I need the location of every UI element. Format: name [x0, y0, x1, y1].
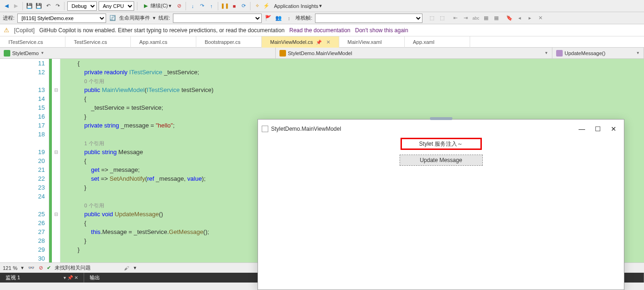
stop-icon[interactable]: ■	[230, 2, 238, 10]
close-button[interactable]: ✕	[607, 124, 620, 134]
restart-icon[interactable]: ⟳	[240, 2, 247, 10]
tab-app-xaml[interactable]: App.xaml	[405, 36, 470, 48]
bookmark-icon[interactable]: 🔖	[506, 14, 513, 22]
filter-icon[interactable]: ↕	[285, 14, 293, 22]
next-bookmark-icon[interactable]: ▸	[526, 14, 534, 22]
fold-column[interactable]: ⊟⊟⊟	[52, 59, 60, 262]
glasses-icon[interactable]: 👓	[28, 264, 35, 272]
editor-tabs: ITestService.csTestService.csApp.xaml.cs…	[0, 36, 644, 48]
stack-dropdown[interactable]	[315, 14, 422, 23]
comment-icon[interactable]: ▦	[482, 14, 490, 22]
step-into-icon[interactable]: ↓	[189, 2, 196, 10]
copilot-tag: [Copilot]	[14, 27, 35, 34]
tab-bootstrapper-cs[interactable]: Bootstrapper.cs	[196, 36, 262, 48]
watch-panel-tab[interactable]: 监视 1 ▾ 📌 ✕	[0, 273, 84, 283]
tab-mainview-xaml[interactable]: MainView.xaml	[339, 36, 405, 48]
threads-icon[interactable]: 👥	[275, 14, 282, 22]
continue-button[interactable]: ▶继续(C) ▾	[140, 2, 173, 10]
undo-icon[interactable]: ↶	[44, 2, 52, 10]
message-label: Stylet 服务注入～	[401, 138, 482, 150]
pause-icon[interactable]: ❚❚	[221, 2, 229, 10]
issues-text: 未找到相关问题	[55, 264, 91, 271]
save-icon[interactable]: 💾	[26, 2, 33, 10]
platform-dropdown[interactable]: Any CPU	[99, 1, 134, 11]
stop-debug-icon[interactable]: ⊘	[175, 2, 183, 10]
project-nav[interactable]: StyletDemo ▼	[0, 48, 276, 58]
lightning-icon[interactable]: ⚡	[263, 2, 270, 10]
tab-mainviewmodel-cs[interactable]: MainViewModel.cs📌✕	[262, 36, 339, 48]
update-message-button[interactable]: Update Message	[400, 155, 483, 166]
stack-label: 堆栈帧:	[295, 14, 312, 21]
info-icon: ⚠	[4, 27, 9, 34]
class-icon	[279, 50, 286, 57]
error-count-icon[interactable]: ⊘	[39, 265, 43, 271]
read-docs-link[interactable]: Read the documentation	[289, 27, 351, 34]
dock-handle[interactable]	[430, 117, 452, 120]
ok-icon: ✔	[47, 265, 51, 271]
zoom-level[interactable]: 121 %	[3, 265, 17, 271]
main-toolbar: ◀ ▶ 💾 💾 ↶ ↷ Debug Any CPU ▶继续(C) ▾ ⊘ ↓ ↷…	[0, 0, 644, 12]
app-title-text: StyletDemo.MainViewModel	[271, 126, 341, 132]
spark-icon[interactable]: ✧	[253, 2, 261, 10]
lifecycle-label: 生命周期事件	[119, 14, 150, 21]
debug-process-bar: 进程: [8116] StyletDemo.exe 🔄 生命周期事件 ▾ 线程:…	[0, 12, 644, 24]
member-nav[interactable]: UpdateMessage() ▼	[552, 48, 644, 58]
flag-icon[interactable]: 🚩	[265, 14, 272, 22]
tab-testservice-cs[interactable]: TestService.cs	[65, 36, 131, 48]
member-nav-bar: StyletDemo ▼ StyletDemo.MainViewModel ▼ …	[0, 48, 644, 59]
dismiss-link[interactable]: Don't show this again	[355, 27, 408, 34]
back-icon[interactable]: ◀	[3, 2, 10, 10]
csharp-project-icon	[4, 50, 10, 57]
thread-dropdown[interactable]	[173, 14, 262, 23]
app-titlebar[interactable]: StyletDemo.MainViewModel — ☐ ✕	[258, 122, 624, 136]
save-all-icon[interactable]: 💾	[35, 2, 43, 10]
class-nav[interactable]: StyletDemo.MainViewModel ▼	[276, 48, 552, 58]
copilot-notification: ⚠ [Copilot] GitHub Copilot is now enable…	[0, 24, 644, 36]
minimize-button[interactable]: —	[575, 124, 588, 134]
step-out-icon[interactable]: ↑	[208, 2, 215, 10]
app-insights-button[interactable]: Application Insights ▾	[272, 3, 324, 9]
tab-app-xaml-cs[interactable]: App.xaml.cs	[131, 36, 196, 48]
app-icon	[262, 126, 268, 132]
indent-left-icon[interactable]: ⇤	[451, 14, 459, 22]
hex-icon[interactable]: ⬚	[428, 14, 436, 22]
process-dropdown[interactable]: [8116] StyletDemo.exe	[17, 14, 106, 23]
tab-itestservice-cs[interactable]: ITestService.cs	[0, 36, 65, 48]
process-label: 进程:	[3, 14, 14, 21]
thread-label: 线程:	[158, 14, 170, 21]
uncomment-icon[interactable]: ▦	[493, 14, 500, 22]
hex2-icon[interactable]: ⬚	[438, 14, 446, 22]
clear-bookmark-icon[interactable]: ✕	[537, 14, 544, 22]
brush-icon[interactable]: 🖌	[122, 264, 130, 272]
app-client-area: Stylet 服务注入～ Update Message	[258, 136, 624, 166]
forward-icon: ▶	[12, 2, 20, 10]
maximize-button[interactable]: ☐	[591, 124, 604, 134]
line-number-gutter: 1112131415161718192021222324252627282930	[0, 59, 49, 262]
running-app-window: StyletDemo.MainViewModel — ☐ ✕ Stylet 服务…	[258, 119, 624, 290]
method-icon	[556, 50, 563, 57]
copilot-msg: GitHub Copilot is now enabled. Either st…	[39, 27, 285, 34]
config-dropdown[interactable]: Debug	[67, 1, 97, 11]
play-icon: ▶	[142, 2, 150, 10]
prev-bookmark-icon[interactable]: ◂	[516, 14, 523, 22]
redo-icon[interactable]: ↷	[54, 2, 61, 10]
lifecycle-icon[interactable]: 🔄	[109, 14, 116, 22]
indent-right-icon[interactable]: ⇥	[462, 14, 469, 22]
step-over-icon[interactable]: ↷	[198, 2, 206, 10]
abc-icon[interactable]: abc	[472, 14, 479, 22]
